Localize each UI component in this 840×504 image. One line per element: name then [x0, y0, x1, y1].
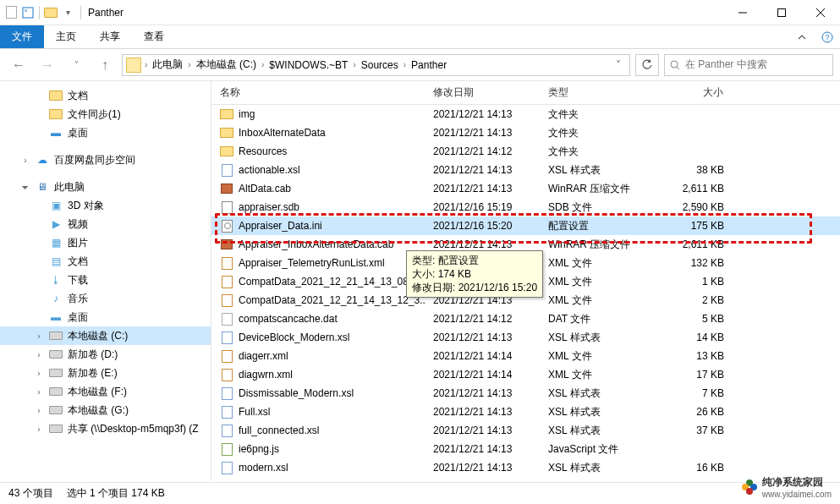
file-row[interactable]: full_connected.xsl2021/12/21 14:13XSL 样式…: [211, 421, 840, 440]
maximize-button[interactable]: [762, 0, 801, 25]
file-row[interactable]: InboxAlternateData2021/12/21 14:13文件夹: [211, 123, 840, 142]
tab-view[interactable]: 查看: [132, 25, 176, 48]
file-type: DAT 文件: [540, 312, 640, 326]
file-row[interactable]: diagerr.xml2021/12/21 14:14XML 文件13 KB: [211, 347, 840, 365]
sidebar-item-drive-c[interactable]: ›本地磁盘 (C:): [0, 326, 211, 345]
chevron-right-icon[interactable]: ›: [186, 60, 192, 69]
sidebar-item-desktop[interactable]: ▬桌面: [0, 123, 211, 142]
column-size[interactable]: 大小: [640, 85, 733, 100]
file-name: Full.xsl: [239, 406, 270, 418]
breadcrumb-item[interactable]: 此电脑: [151, 58, 184, 72]
qat-dropdown-icon[interactable]: ▾: [60, 5, 75, 20]
tab-share[interactable]: 共享: [88, 25, 132, 48]
sidebar-item-drive-e[interactable]: ›新加卷 (E:): [0, 364, 211, 382]
minimize-button[interactable]: [723, 0, 762, 25]
breadcrumb-item[interactable]: 本地磁盘 (C:): [195, 58, 258, 72]
file-icon: [220, 442, 233, 456]
chevron-right-icon[interactable]: ›: [260, 60, 266, 69]
file-size: 13 KB: [640, 350, 733, 362]
file-date: 2021/12/21 14:13: [425, 108, 540, 120]
folder-icon: [126, 58, 141, 73]
close-button[interactable]: [801, 0, 840, 25]
navigation-pane[interactable]: 文档 文件同步(1) ▬桌面 ›☁百度网盘同步空间 ⏷🖥此电脑 ▣3D 对象 ▶…: [0, 81, 211, 480]
column-type[interactable]: 类型: [540, 85, 640, 100]
sidebar-item-network-share[interactable]: ›共享 (\\Desktop-m5mqp3f) (Z: [0, 419, 211, 438]
column-date[interactable]: 修改日期: [425, 85, 540, 100]
file-row[interactable]: Appraiser_Data.ini2021/12/16 15:20配置设置17…: [211, 216, 840, 235]
tab-home[interactable]: 主页: [44, 25, 88, 48]
sidebar-item-desktop[interactable]: ▬桌面: [0, 308, 211, 326]
sidebar-item-thispc[interactable]: ⏷🖥此电脑: [0, 178, 211, 196]
file-date: 2021/12/21 14:13: [425, 462, 540, 474]
file-type: XSL 样式表: [540, 386, 640, 401]
file-size: 16 KB: [640, 462, 733, 474]
breadcrumb-item[interactable]: Sources: [360, 59, 400, 71]
window-title: Panther: [88, 7, 124, 19]
file-name: InboxAlternateData: [239, 127, 326, 139]
file-type: XML 文件: [540, 293, 640, 308]
search-input[interactable]: 在 Panther 中搜索: [664, 54, 833, 76]
properties-icon[interactable]: [20, 5, 36, 20]
file-row[interactable]: img2021/12/21 14:13文件夹: [211, 105, 840, 123]
folder-icon[interactable]: [43, 5, 58, 20]
file-size: 14 KB: [640, 331, 733, 343]
file-row[interactable]: actionable.xsl2021/12/21 14:13XSL 样式表38 …: [211, 161, 840, 179]
watermark-name: 纯净系统家园: [762, 476, 823, 488]
sidebar-item-videos[interactable]: ▶视频: [0, 215, 211, 233]
breadcrumb[interactable]: › 此电脑 › 本地磁盘 (C:) › $WINDOWS.~BT › Sourc…: [122, 54, 630, 76]
chevron-right-icon[interactable]: ›: [402, 60, 408, 69]
file-date: 2021/12/21 14:13: [425, 127, 540, 139]
sidebar-item-documents[interactable]: ▤文档: [0, 252, 211, 271]
help-icon[interactable]: ?: [815, 25, 840, 48]
file-date: 2021/12/21 14:13: [425, 425, 540, 436]
file-row[interactable]: appraiser.sdb2021/12/16 15:19SDB 文件2,590…: [211, 198, 840, 216]
chevron-right-icon[interactable]: ›: [351, 60, 357, 69]
sidebar-item-pictures[interactable]: ▦图片: [0, 233, 211, 252]
breadcrumb-item[interactable]: $WINDOWS.~BT: [267, 59, 349, 71]
forward-button[interactable]: →: [36, 53, 59, 77]
sidebar-item-3dobjects[interactable]: ▣3D 对象: [0, 196, 211, 215]
file-row[interactable]: DeviceBlock_Modern.xsl2021/12/21 14:13XS…: [211, 328, 840, 347]
status-bar: 43 个项目 选中 1 个项目 174 KB: [0, 482, 840, 504]
file-type: WinRAR 压缩文件: [540, 238, 640, 252]
tab-file[interactable]: 文件: [0, 25, 44, 48]
address-dropdown-icon[interactable]: ˅: [611, 59, 626, 71]
new-file-icon[interactable]: [3, 5, 19, 20]
sidebar-item-downloads[interactable]: ⭳下载: [0, 271, 211, 289]
up-button[interactable]: ↑: [93, 53, 117, 77]
file-row[interactable]: Resources2021/12/21 14:12文件夹: [211, 142, 840, 161]
file-row[interactable]: Full.xsl2021/12/21 14:13XSL 样式表26 KB: [211, 403, 840, 421]
history-dropdown-icon[interactable]: ˅: [64, 53, 88, 77]
file-name: Appraiser_TelemetryRunList.xml: [239, 257, 385, 269]
file-row[interactable]: ie6png.js2021/12/21 14:13JavaScript 文件: [211, 440, 840, 458]
file-icon: [220, 424, 233, 437]
file-row[interactable]: Dissmissable_Modern.xsl2021/12/21 14:13X…: [211, 384, 840, 403]
file-size: 7 KB: [640, 387, 733, 399]
file-list[interactable]: 名称 修改日期 类型 大小 img2021/12/21 14:13文件夹Inbo…: [211, 81, 840, 480]
desktop-icon: ▬: [49, 310, 63, 324]
file-row[interactable]: compatscancache.dat2021/12/21 14:12DAT 文…: [211, 310, 840, 328]
file-name: Dissmissable_Modern.xsl: [239, 387, 354, 399]
chevron-right-icon[interactable]: ›: [143, 60, 149, 69]
back-button[interactable]: ←: [7, 53, 30, 77]
tooltip: 类型: 配置设置 大小: 174 KB 修改日期: 2021/12/16 15:…: [406, 250, 543, 298]
sidebar-item-baidu[interactable]: ›☁百度网盘同步空间: [0, 151, 211, 169]
refresh-button[interactable]: [635, 54, 659, 76]
sidebar-item-music[interactable]: ♪音乐: [0, 289, 211, 308]
file-row[interactable]: AltData.cab2021/12/21 14:13WinRAR 压缩文件2,…: [211, 179, 840, 198]
sidebar-item-drive-g[interactable]: ›本地磁盘 (G:): [0, 401, 211, 419]
sidebar-item-sync[interactable]: 文件同步(1): [0, 105, 211, 123]
column-name[interactable]: 名称: [211, 85, 425, 100]
drive-icon: [49, 425, 63, 433]
sidebar-item-drive-f[interactable]: ›本地磁盘 (F:): [0, 382, 211, 401]
breadcrumb-item[interactable]: Panther: [409, 59, 448, 71]
file-name: CompatData_2021_12_21_14_13_12_3...: [239, 294, 425, 306]
sidebar-item-documents[interactable]: 文档: [0, 86, 211, 105]
watermark-logo-icon: [742, 479, 757, 495]
file-row[interactable]: diagwrn.xml2021/12/21 14:14XML 文件17 KB: [211, 365, 840, 384]
window-controls: [723, 0, 840, 25]
ribbon-collapse-icon[interactable]: [789, 25, 815, 48]
file-icon: [220, 386, 233, 400]
file-row[interactable]: modern.xsl2021/12/21 14:13XSL 样式表16 KB: [211, 458, 840, 477]
sidebar-item-drive-d[interactable]: ›新加卷 (D:): [0, 345, 211, 364]
